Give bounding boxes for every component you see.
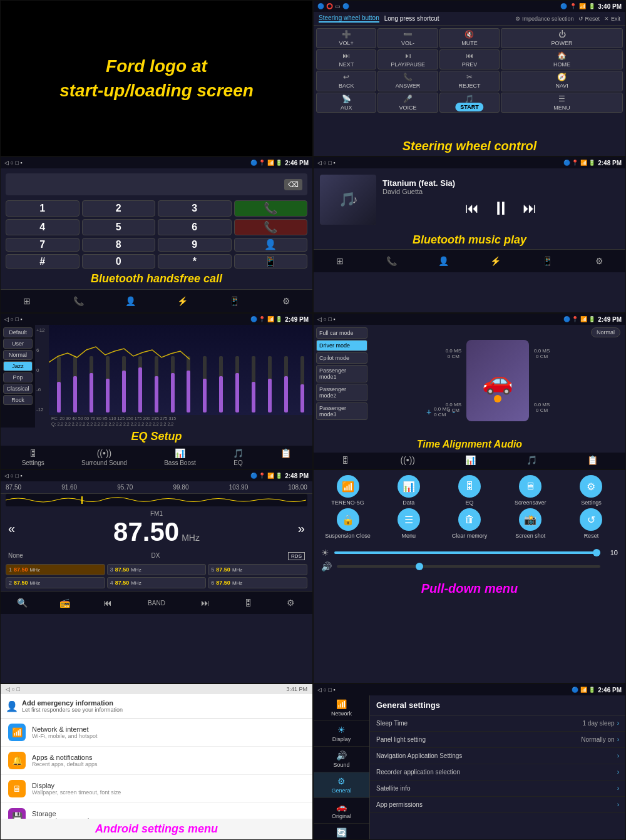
- gen-setting-app-perms[interactable]: App permissions ›: [370, 797, 625, 813]
- gen-nav-general[interactable]: ⚙ General: [314, 772, 369, 798]
- key-star[interactable]: *: [158, 254, 232, 269]
- volume-slider[interactable]: [337, 565, 600, 568]
- eq-preset-rock[interactable]: Rock: [3, 395, 33, 405]
- pull-icon-menu[interactable]: ☰ Menu: [379, 508, 438, 539]
- ta-normal-badge[interactable]: Normal: [591, 327, 620, 337]
- eq-bar-13[interactable]: [246, 356, 261, 412]
- eq-bar-11[interactable]: [213, 356, 228, 412]
- eq-preset-classical[interactable]: Classical: [3, 384, 33, 394]
- fm-next-btn[interactable]: »: [298, 521, 305, 536]
- nav-bt2-c4[interactable]: 📱: [538, 254, 557, 269]
- sw-btn-vol-plus[interactable]: ➕VOL+: [316, 28, 376, 48]
- key-6[interactable]: 6: [158, 219, 232, 235]
- eq-bar-14[interactable]: [262, 356, 277, 412]
- eq-bar-15[interactable]: [279, 356, 294, 412]
- sw-btn-home[interactable]: 🏠HOME: [501, 49, 623, 69]
- sw-tab-2[interactable]: Long press shortcut: [384, 15, 439, 22]
- pull-icon-wifi[interactable]: 📶 TERENO-5G: [319, 475, 377, 506]
- sw-tabs[interactable]: Steering wheel button Long press shortcu…: [314, 12, 625, 26]
- fm-preset-4[interactable]: 4 87.50 MHz: [107, 577, 207, 588]
- key-contacts[interactable]: 👤: [234, 238, 308, 252]
- key-7[interactable]: 7: [6, 238, 80, 252]
- ta-ctrl-more[interactable]: 📋: [587, 455, 598, 466]
- fm-preset-6[interactable]: 6 87.50 MHz: [208, 577, 307, 588]
- eq-bar-6[interactable]: [133, 356, 148, 412]
- sw-btn-aux[interactable]: 📡AUX: [316, 93, 376, 113]
- key-5[interactable]: 5: [82, 219, 156, 235]
- eq-preset-jazz[interactable]: Jazz: [3, 361, 33, 371]
- key-voicemail[interactable]: 📱: [234, 254, 308, 269]
- key-3[interactable]: 3: [158, 200, 232, 217]
- ta-ctrl-settings[interactable]: 🎛: [341, 455, 350, 466]
- nav-contacts-c4[interactable]: 👤: [434, 254, 453, 269]
- eq-bar-3[interactable]: [84, 356, 99, 412]
- pull-icon-suspension[interactable]: 🔒 Suspension Close: [319, 508, 377, 539]
- settings-storage[interactable]: 💾 Storage 34% used - 21.19 GB free: [1, 803, 312, 819]
- fm-preset-5[interactable]: 5 87.50 MHz: [208, 564, 307, 575]
- key-hash[interactable]: #: [6, 254, 80, 269]
- eq-bar-10[interactable]: [197, 356, 212, 412]
- fm-nav-radio[interactable]: 📻: [55, 595, 74, 610]
- ta-ctrl-surround[interactable]: ((•)): [400, 455, 415, 466]
- sw-btn-reject[interactable]: ✂REJECT: [439, 71, 500, 91]
- sw-btn-mute[interactable]: 🔇MUTE: [439, 28, 500, 48]
- eq-preset-normal[interactable]: Normal: [3, 350, 33, 360]
- key-end[interactable]: 📞: [234, 219, 308, 235]
- settings-network[interactable]: 📶 Network & internet Wi-Fi, mobile, and …: [1, 719, 312, 747]
- gen-setting-satellite[interactable]: Satellite info ›: [370, 781, 625, 797]
- eq-preset-user[interactable]: User: [3, 339, 33, 349]
- fm-nav-band[interactable]: BAND: [141, 595, 172, 610]
- fm-nav-eq[interactable]: 🎛: [239, 595, 258, 610]
- eq-preset-pop[interactable]: Pop: [3, 372, 33, 382]
- pull-icon-data[interactable]: 📊 Data: [379, 475, 438, 506]
- nav-settings-c4[interactable]: ⚙: [590, 254, 609, 269]
- nav-phone-c4[interactable]: 📞: [382, 254, 401, 269]
- sw-btn-navi[interactable]: 🧭NAVI: [501, 71, 623, 91]
- gen-setting-recorder[interactable]: Recorder application selection ›: [370, 764, 625, 781]
- gen-nav-reverse[interactable]: 🔄 Reverse: [314, 824, 369, 840]
- sw-btn-next[interactable]: ⏭NEXT: [316, 49, 376, 69]
- eq-ctrl-settings[interactable]: 🎛Settings: [22, 448, 44, 466]
- fm-preset-2[interactable]: 2 87.50 MHz: [6, 577, 105, 588]
- nav-grid-c3[interactable]: ⊞: [18, 294, 36, 309]
- eq-ctrl-surround[interactable]: ((•))Surround Sound: [81, 448, 127, 466]
- pull-icon-clearmem[interactable]: 🗑 Clear memory: [440, 508, 498, 539]
- pull-icon-reset[interactable]: ↺ Reset: [562, 508, 620, 539]
- gen-nav-network[interactable]: 📶 Network: [314, 695, 369, 721]
- backspace-btn[interactable]: ⌫: [284, 179, 302, 190]
- nav-bt-c3[interactable]: ⚡: [173, 294, 192, 309]
- gen-setting-panel-light[interactable]: Panel light setting Normally on ›: [370, 732, 625, 748]
- eq-bar-12[interactable]: [230, 356, 245, 412]
- eq-bar-9[interactable]: [182, 356, 197, 412]
- gen-setting-sleep[interactable]: Sleep Time 1 day sleep ›: [370, 715, 625, 732]
- eq-bar-8[interactable]: [165, 356, 180, 412]
- ta-ctrl-signal[interactable]: 📊: [465, 455, 476, 466]
- brightness-slider[interactable]: [334, 551, 600, 554]
- gen-setting-nav-app[interactable]: Navigation Application Settings ›: [370, 748, 625, 764]
- gen-nav-display[interactable]: ☀ Display: [314, 721, 369, 747]
- eq-bar-4[interactable]: [100, 356, 115, 412]
- nav-bt-c4[interactable]: ⚡: [486, 254, 505, 269]
- sw-btn-power[interactable]: ⏻POWER: [501, 28, 623, 48]
- ta-minus[interactable]: -: [453, 407, 456, 417]
- nav-phone-c3[interactable]: 📞: [69, 294, 88, 309]
- gen-nav-sound[interactable]: 🔊 Sound: [314, 747, 369, 772]
- sw-btn-prev[interactable]: ⏮PREV: [439, 49, 500, 69]
- pull-icon-settings[interactable]: ⚙ Settings: [562, 475, 620, 506]
- key-8[interactable]: 8: [82, 238, 156, 252]
- fm-nav-settings[interactable]: ⚙: [282, 595, 300, 610]
- sw-btn-back[interactable]: ↩BACK: [316, 71, 376, 91]
- ta-plus[interactable]: +: [426, 407, 431, 417]
- ta-mode-pass1[interactable]: Passenger mode1: [316, 365, 367, 382]
- key-call[interactable]: 📞: [234, 200, 308, 217]
- fm-prev-btn[interactable]: «: [8, 521, 15, 536]
- pull-icon-screensaver[interactable]: 🖥 Screensaver: [501, 475, 560, 506]
- key-0[interactable]: 0: [82, 254, 156, 269]
- fm-nav-prev[interactable]: ⏮: [98, 595, 117, 610]
- sw-btn-vol-minus[interactable]: ➖VOL-: [377, 28, 438, 48]
- key-1[interactable]: 1: [6, 200, 80, 217]
- eq-bar-2[interactable]: [68, 356, 83, 412]
- sw-btn-answer[interactable]: 📞ANSWER: [377, 71, 438, 91]
- nav-settings-c3[interactable]: ⚙: [277, 294, 296, 309]
- nav-grid-c4[interactable]: ⊞: [331, 254, 349, 269]
